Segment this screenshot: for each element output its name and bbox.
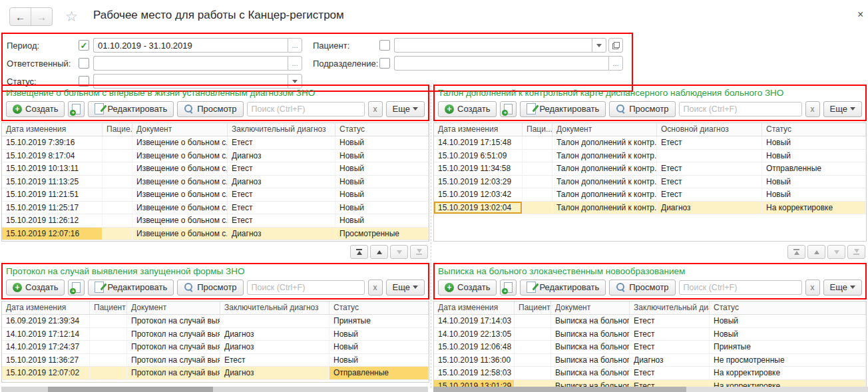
table-row[interactable]: 15.10.2019 11:13:25Извещение о больном с… [2, 176, 429, 189]
table-cell[interactable]: Извещение о больном с... [132, 176, 228, 188]
horizontal-scrollbar[interactable] [1, 387, 428, 392]
table-cell[interactable]: Принятые [710, 341, 866, 353]
table-cell[interactable]: Новый [329, 328, 429, 341]
column-header[interactable]: Статус [762, 123, 866, 136]
table-cell[interactable]: Етест [220, 354, 329, 367]
table-row[interactable]: 15.10.2019 6:51:09Талон дополнений к кон… [434, 150, 866, 163]
table-cell[interactable]: Не просмотренные [710, 354, 866, 367]
go-last-button[interactable] [410, 245, 428, 259]
column-header[interactable]: Пациент [515, 301, 551, 314]
table-row[interactable]: 15.10.2019 11:21:51Извещение о больном с… [2, 188, 429, 202]
search-input[interactable] [679, 102, 802, 116]
table-cell[interactable] [523, 202, 552, 214]
column-header[interactable]: Заключительный диагноз [630, 301, 710, 314]
patient-dropdown-button[interactable] [592, 38, 606, 53]
department-checkbox[interactable] [379, 58, 390, 69]
table-cell[interactable]: Диагноз [657, 202, 762, 214]
go-first-button[interactable] [787, 245, 805, 259]
create-button[interactable]: +Создать [438, 280, 497, 295]
department-input[interactable] [394, 56, 608, 71]
table-cell[interactable] [90, 328, 127, 341]
table-cell[interactable]: Новый [335, 176, 429, 188]
edit-button[interactable]: Редактировать [88, 280, 174, 295]
column-header[interactable]: Основной диагноз [657, 123, 762, 136]
column-header[interactable]: Документ [132, 123, 228, 136]
table-cell[interactable] [515, 328, 551, 341]
more-button[interactable]: Еще [386, 280, 425, 295]
table-cell[interactable]: Новый [762, 136, 866, 149]
table-cell[interactable]: Диагноз [220, 328, 329, 341]
table-row[interactable]: 15.10.2019 12:58:03Выписка на больного з… [434, 367, 866, 380]
table-cell[interactable]: Протокол на случай выя... [127, 354, 220, 367]
table-cell[interactable]: 15.10.2019 12:06:48 [434, 341, 515, 353]
more-button[interactable]: Еще [386, 101, 425, 117]
column-header[interactable]: Документ [127, 301, 220, 314]
go-up-button[interactable] [807, 245, 825, 259]
table-row[interactable]: 15.10.2019 10:13:11Извещение о больном с… [2, 162, 429, 176]
table-cell[interactable] [515, 367, 551, 379]
table-cell[interactable]: 14.10.2019 17:24:37 [2, 341, 90, 353]
table-cell[interactable]: Новый [329, 341, 429, 353]
column-header[interactable]: Заключительный диагноз [228, 123, 335, 136]
column-header[interactable]: Дата изменения [2, 301, 90, 314]
responsible-picker-button[interactable]: ... [288, 56, 302, 71]
scrollbar-thumb[interactable] [433, 387, 686, 392]
table-cell[interactable] [523, 136, 552, 149]
table-cell[interactable]: Талон дополнений к контр... [552, 188, 657, 201]
view-button[interactable]: Просмотр [609, 101, 675, 117]
table-row[interactable]: 15.10.2019 11:26:12Извещение о больном с… [2, 214, 429, 228]
table-cell[interactable]: 15.10.2019 12:58:03 [434, 367, 515, 379]
table-cell[interactable]: Протокол на случай выя... [127, 367, 220, 379]
table-cell[interactable]: 15.10.2019 7:39:16 [2, 136, 103, 149]
table-cell[interactable]: Етест [630, 315, 710, 327]
table-cell[interactable] [90, 315, 127, 327]
table-cell[interactable] [515, 315, 551, 327]
table-cell[interactable]: Талон дополнений к контр... [552, 176, 657, 188]
create-button[interactable]: +Создать [6, 280, 65, 295]
period-checkbox[interactable]: ✓ [79, 40, 89, 51]
back-button[interactable]: ← [10, 8, 31, 25]
table-cell[interactable] [523, 188, 552, 201]
table-cell[interactable]: 15.10.2019 11:26:12 [2, 214, 103, 227]
table-cell[interactable]: 15.10.2019 12:03:42 [434, 188, 523, 201]
table-cell[interactable]: Талон дополнений к контр... [552, 136, 657, 149]
table-cell[interactable]: Диагноз [228, 150, 335, 162]
create-copy-button[interactable]: + [68, 101, 85, 117]
table-cell[interactable]: Етест [657, 136, 762, 149]
table-cell[interactable]: Извещение о больном с... [132, 202, 228, 214]
table-cell[interactable] [657, 150, 762, 162]
patient-input[interactable] [394, 38, 592, 53]
table-cell[interactable] [523, 150, 552, 162]
table-row[interactable]: 14.10.2019 17:14:03Выписка на больного з… [434, 315, 866, 328]
table-cell[interactable]: Етест [630, 341, 710, 353]
table-cell[interactable] [103, 202, 132, 214]
table-row[interactable]: 15.10.2019 12:03:42Талон дополнений к ко… [434, 188, 866, 202]
table-cell[interactable]: Извещение о больном с... [132, 162, 228, 175]
edit-button[interactable]: Редактировать [520, 101, 606, 117]
table-cell[interactable]: Просмотренные [335, 228, 429, 240]
edit-button[interactable]: Редактировать [520, 280, 606, 295]
table-cell[interactable]: Новый [762, 188, 866, 201]
table-cell[interactable]: Протокол на случай выя... [127, 315, 220, 327]
table-cell[interactable]: Новый [335, 150, 429, 162]
table-cell[interactable]: Новый [710, 328, 866, 341]
vertical-splitter[interactable] [431, 85, 431, 388]
column-header[interactable]: Документ [552, 123, 657, 136]
column-header[interactable]: Дата изменения [434, 301, 515, 314]
column-header[interactable]: Документ [551, 301, 630, 314]
search-clear-button[interactable]: x [805, 280, 820, 295]
table-cell[interactable]: Протокол на случай выя... [127, 341, 220, 353]
table-row[interactable]: 15.10.2019 11:34:58Талон дополнений к ко… [434, 162, 866, 176]
table-cell[interactable]: Етест [228, 202, 335, 214]
table-cell[interactable]: 15.10.2019 11:25:17 [2, 202, 103, 214]
create-copy-button[interactable]: + [500, 101, 517, 117]
create-copy-button[interactable]: + [68, 280, 85, 295]
table-cell[interactable] [103, 176, 132, 188]
search-input[interactable] [679, 280, 802, 295]
table-cell[interactable]: Диагноз [630, 354, 710, 367]
table-row[interactable]: 15.10.2019 11:36:00Выписка на больного з… [434, 354, 866, 367]
table-cell[interactable]: На корректировке [710, 367, 866, 379]
patient-checkbox[interactable] [379, 40, 390, 51]
go-down-button[interactable] [827, 245, 845, 259]
table-cell[interactable] [90, 341, 127, 353]
